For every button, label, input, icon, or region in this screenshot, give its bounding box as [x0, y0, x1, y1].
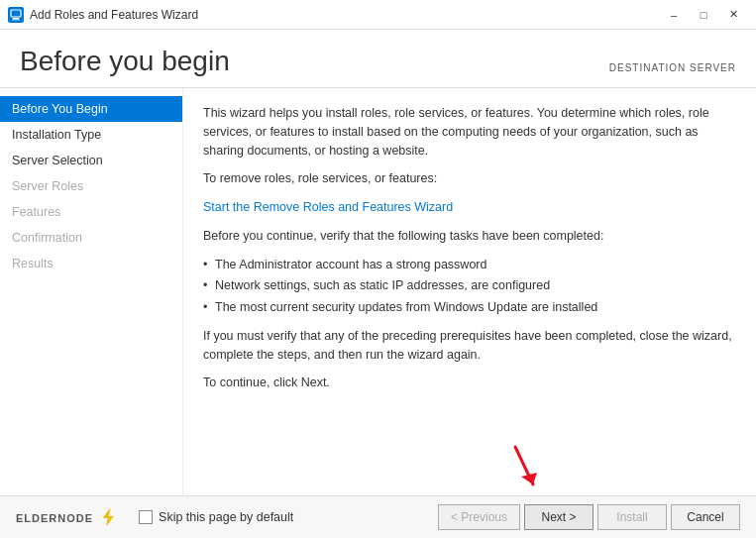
- sidebar-item-before-you-begin[interactable]: Before You Begin: [0, 96, 182, 122]
- wizard-container: Before you begin DESTINATION SERVER Befo…: [0, 30, 756, 538]
- sidebar-item-server-roles: Server Roles: [0, 173, 182, 199]
- install-button[interactable]: Install: [597, 504, 667, 530]
- remove-wizard-link[interactable]: Start the Remove Roles and Features Wiza…: [203, 200, 453, 214]
- page-title: Before you begin: [20, 46, 230, 77]
- sidebar-item-results: Results: [0, 251, 182, 276]
- sidebar-item-installation-type[interactable]: Installation Type: [0, 122, 182, 148]
- window-title: Add Roles and Features Wizard: [30, 8, 198, 22]
- content-remove-label: To remove roles, role services, or featu…: [203, 169, 736, 188]
- svg-rect-1: [13, 18, 19, 20]
- svg-rect-0: [11, 10, 21, 17]
- checklist-item: The most current security updates from W…: [207, 298, 736, 317]
- content-paragraph2: Before you continue, verify that the fol…: [203, 227, 736, 246]
- sidebar-item-confirmation: Confirmation: [0, 225, 182, 251]
- wizard-content: This wizard helps you install roles, rol…: [183, 88, 756, 495]
- title-bar-left: Add Roles and Features Wizard: [8, 7, 198, 23]
- svg-rect-2: [12, 19, 20, 20]
- cancel-button[interactable]: Cancel: [671, 504, 740, 530]
- content-paragraph1: This wizard helps you install roles, rol…: [203, 104, 736, 160]
- skip-label: Skip this page by default: [159, 510, 293, 524]
- close-button[interactable]: ✕: [718, 5, 748, 25]
- wizard-footer: eldernode Skip this page by default < Pr…: [0, 495, 756, 538]
- next-button[interactable]: Next >: [524, 504, 594, 530]
- wizard-body: Before You Begin Installation Type Serve…: [0, 88, 756, 495]
- minimize-button[interactable]: –: [659, 5, 689, 25]
- sidebar: Before You Begin Installation Type Serve…: [0, 88, 183, 495]
- logo-text-elder: eldernode: [16, 508, 93, 526]
- checklist-item: Network settings, such as static IP addr…: [207, 276, 736, 295]
- checklist: The Administrator account has a strong p…: [203, 256, 736, 317]
- lightning-icon: [97, 506, 119, 528]
- title-bar-controls: – □ ✕: [659, 5, 748, 25]
- skip-row: Skip this page by default: [139, 510, 293, 524]
- sidebar-item-server-selection[interactable]: Server Selection: [0, 148, 182, 173]
- eldernode-logo: eldernode: [16, 506, 119, 528]
- wizard-header: Before you begin DESTINATION SERVER: [0, 30, 756, 88]
- destination-server-label: DESTINATION SERVER: [609, 62, 736, 73]
- title-bar: Add Roles and Features Wizard – □ ✕: [0, 0, 756, 30]
- skip-checkbox[interactable]: [139, 510, 153, 524]
- content-paragraph4: To continue, click Next.: [203, 374, 736, 392]
- content-paragraph3: If you must verify that any of the prece…: [203, 327, 736, 365]
- maximize-button[interactable]: □: [689, 5, 718, 25]
- footer-buttons: < Previous Next > Install Cancel: [438, 504, 740, 530]
- footer-left: eldernode Skip this page by default: [16, 506, 293, 528]
- previous-button[interactable]: < Previous: [438, 504, 520, 530]
- checklist-item: The Administrator account has a strong p…: [207, 256, 736, 274]
- app-icon: [8, 7, 24, 23]
- sidebar-item-features: Features: [0, 199, 182, 225]
